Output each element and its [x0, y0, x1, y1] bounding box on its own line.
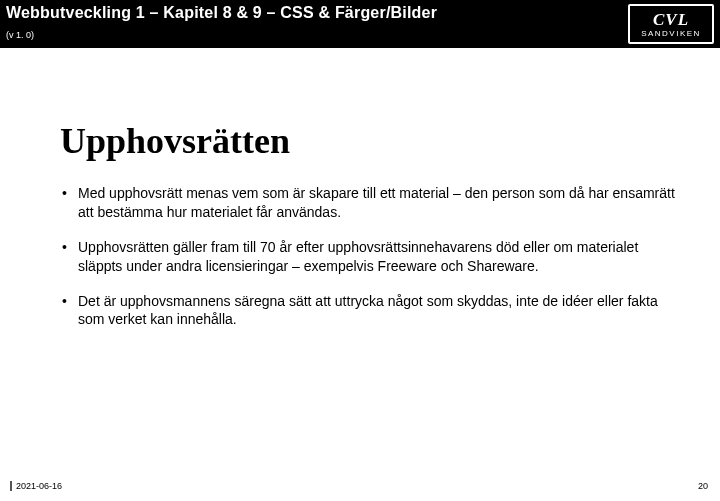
slide: Webbutveckling 1 – Kapitel 8 & 9 – CSS &…	[0, 0, 720, 501]
header-version: (v 1. 0)	[6, 30, 34, 40]
content-area: Upphovsrätten Med upphovsrätt menas vem …	[60, 120, 680, 345]
logo-text-top: CVL	[653, 11, 689, 28]
bullet-list: Med upphovsrätt menas vem som är skapare…	[60, 184, 680, 329]
footer-page-number: 20	[698, 481, 708, 491]
logo: CVL SANDVIKEN	[628, 4, 714, 44]
bullet-item: Det är upphovsmannens säregna sätt att u…	[60, 292, 680, 330]
logo-text-sub: SANDVIKEN	[641, 29, 701, 38]
header-title: Webbutveckling 1 – Kapitel 8 & 9 – CSS &…	[6, 4, 437, 22]
bullet-item: Upphovsrätten gäller fram till 70 år eft…	[60, 238, 680, 276]
slide-title: Upphovsrätten	[60, 120, 680, 162]
footer-date: 2021-06-16	[10, 481, 62, 491]
bullet-item: Med upphovsrätt menas vem som är skapare…	[60, 184, 680, 222]
header-bar: Webbutveckling 1 – Kapitel 8 & 9 – CSS &…	[0, 0, 720, 48]
